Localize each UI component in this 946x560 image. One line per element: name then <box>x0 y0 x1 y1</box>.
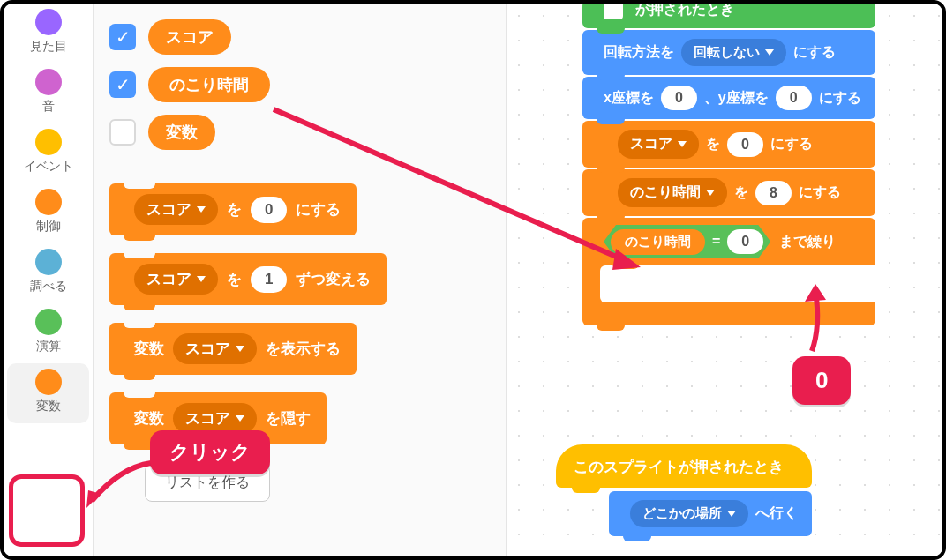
block-repeat-until[interactable]: のこり時間 = 0 まで繰り <box>582 218 875 325</box>
dropdown-variable[interactable]: スコア <box>173 403 257 434</box>
block-goto-random[interactable]: どこかの場所 へ行く <box>609 491 812 536</box>
category-sensing[interactable]: 調べる <box>4 243 93 303</box>
block-set-time[interactable]: のこり時間 を 8 にする <box>582 169 875 216</box>
block-show-variable[interactable]: 変数 スコア を表示する <box>109 323 357 375</box>
category-dot-icon <box>35 129 62 155</box>
category-label: 調べる <box>30 279 67 295</box>
category-dot-icon <box>35 69 62 95</box>
flag-icon <box>604 4 623 19</box>
block-sprite-clicked[interactable]: このスプライトが押されたとき <box>556 444 812 488</box>
category-sidebar: 見た目 音 イベント 制御 調べる 演算 変数 <box>4 4 94 556</box>
block-set-rotation[interactable]: 回転方法を 回転しない にする <box>582 30 875 75</box>
chevron-down-icon <box>197 206 206 213</box>
category-dot-icon <box>35 309 62 335</box>
dropdown-variable[interactable]: スコア <box>618 130 699 159</box>
block-set-score[interactable]: スコア を 0 にする <box>582 121 875 168</box>
value-input[interactable]: 0 <box>727 229 763 254</box>
variable-pill-var[interactable]: 変数 <box>148 115 215 150</box>
block-palette: ✓ スコア ✓ のこり時間 変数 スコア を 0 にする スコア を 1 ずつ変… <box>94 4 507 556</box>
c-block-body[interactable] <box>600 265 875 302</box>
chevron-down-icon <box>678 141 687 147</box>
category-sound[interactable]: 音 <box>4 63 93 123</box>
checkbox-score[interactable]: ✓ <box>109 24 136 50</box>
category-dot-icon <box>35 9 62 35</box>
category-operators[interactable]: 演算 <box>4 303 93 363</box>
block-change-variable[interactable]: スコア を 1 ずつ変える <box>109 253 387 305</box>
category-label: 音 <box>42 99 55 115</box>
variable-pill-score[interactable]: スコア <box>148 19 231 55</box>
checkbox-var[interactable] <box>109 119 136 146</box>
category-dot-icon <box>35 369 62 395</box>
dropdown-variable[interactable]: スコア <box>134 194 218 225</box>
block-flag-clicked[interactable]: が押されたとき <box>582 4 875 28</box>
block-set-variable[interactable]: スコア を 0 にする <box>109 183 357 235</box>
script-stack-2[interactable]: このスプライトが押されたとき どこかの場所 へ行く <box>556 444 812 538</box>
variable-row: ✓ のこり時間 <box>109 67 490 102</box>
reporter-time[interactable]: のこり時間 <box>611 229 705 255</box>
category-label: イベント <box>24 159 73 175</box>
block-goto-xy[interactable]: x座標を 0 、y座標を 0 にする <box>582 77 875 119</box>
value-input[interactable]: 0 <box>727 132 763 157</box>
category-label: 見た目 <box>30 39 67 55</box>
category-variables[interactable]: 変数 <box>7 363 89 423</box>
variable-row: 変数 <box>109 115 490 150</box>
highlight-variables-category <box>9 474 85 547</box>
category-label: 制御 <box>36 219 61 235</box>
x-input[interactable]: 0 <box>661 86 697 110</box>
chevron-down-icon <box>706 190 715 196</box>
script-stack-1[interactable]: が押されたとき 回転方法を 回転しない にする x座標を 0 、y座標を 0 に… <box>582 4 875 325</box>
category-events[interactable]: イベント <box>4 123 93 183</box>
dropdown-variable[interactable]: スコア <box>134 264 218 295</box>
chevron-down-icon <box>727 511 736 517</box>
value-input[interactable]: 8 <box>755 181 792 205</box>
annotation-click: クリック <box>150 430 270 474</box>
annotation-zero: 0 <box>792 356 851 405</box>
dropdown-variable[interactable]: のこり時間 <box>618 178 727 207</box>
variable-row: ✓ スコア <box>109 19 490 55</box>
value-input[interactable]: 1 <box>251 266 287 293</box>
value-input[interactable]: 0 <box>251 197 287 223</box>
checkbox-time[interactable]: ✓ <box>109 71 136 98</box>
chevron-down-icon <box>197 276 206 282</box>
script-workspace[interactable]: が押されたとき 回転方法を 回転しない にする x座標を 0 、y座標を 0 に… <box>507 4 942 556</box>
chevron-down-icon <box>765 49 774 56</box>
dropdown-location[interactable]: どこかの場所 <box>630 500 748 527</box>
operator-equals[interactable]: のこり時間 = 0 <box>604 225 770 258</box>
variable-pill-time[interactable]: のこり時間 <box>148 67 270 102</box>
y-input[interactable]: 0 <box>776 86 812 110</box>
dropdown-variable[interactable]: スコア <box>173 333 257 364</box>
category-dot-icon <box>35 189 62 215</box>
chevron-down-icon <box>236 346 244 352</box>
category-dot-icon <box>35 249 62 275</box>
category-label: 変数 <box>36 399 61 414</box>
chevron-down-icon <box>236 415 244 422</box>
dropdown-rotation[interactable]: 回転しない <box>681 39 786 66</box>
category-control[interactable]: 制御 <box>4 183 93 243</box>
category-label: 演算 <box>36 339 61 355</box>
category-looks[interactable]: 見た目 <box>4 4 93 63</box>
